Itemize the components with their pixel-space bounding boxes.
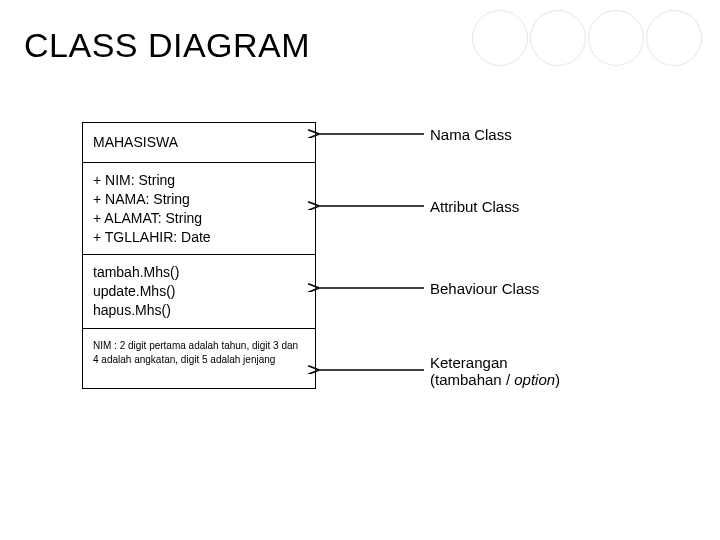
circle-icon <box>472 10 528 66</box>
label-class-name: Nama Class <box>430 126 512 143</box>
label-note-text: (tambahan / <box>430 371 514 388</box>
decorative-circles <box>472 10 702 66</box>
circle-icon <box>646 10 702 66</box>
label-behaviour: Behaviour Class <box>430 280 539 297</box>
uml-attributes: + NIM: String + NAMA: String + ALAMAT: S… <box>83 163 315 256</box>
page-title: CLASS DIAGRAM <box>24 26 310 65</box>
uml-attribute: + NIM: String <box>93 171 305 190</box>
uml-attribute: + ALAMAT: String <box>93 209 305 228</box>
uml-class-box: MAHASISWA + NIM: String + NAMA: String +… <box>82 122 316 389</box>
label-note-italic: option <box>514 371 555 388</box>
label-attribute: Attribut Class <box>430 198 519 215</box>
circle-icon <box>588 10 644 66</box>
label-note-line2: (tambahan / option) <box>430 371 560 388</box>
uml-behaviours: tambah.Mhs() update.Mhs() hapus.Mhs() <box>83 255 315 329</box>
uml-class-name: MAHASISWA <box>83 123 315 163</box>
uml-behaviour: tambah.Mhs() <box>93 263 305 282</box>
uml-behaviour: hapus.Mhs() <box>93 301 305 320</box>
uml-behaviour: update.Mhs() <box>93 282 305 301</box>
uml-note: NIM : 2 digit pertama adalah tahun, digi… <box>83 329 315 388</box>
label-note: Keterangan (tambahan / option) <box>430 354 560 388</box>
uml-attribute: + TGLLAHIR: Date <box>93 228 305 247</box>
uml-attribute: + NAMA: String <box>93 190 305 209</box>
label-note-text: ) <box>555 371 560 388</box>
label-note-line1: Keterangan <box>430 354 560 371</box>
circle-icon <box>530 10 586 66</box>
